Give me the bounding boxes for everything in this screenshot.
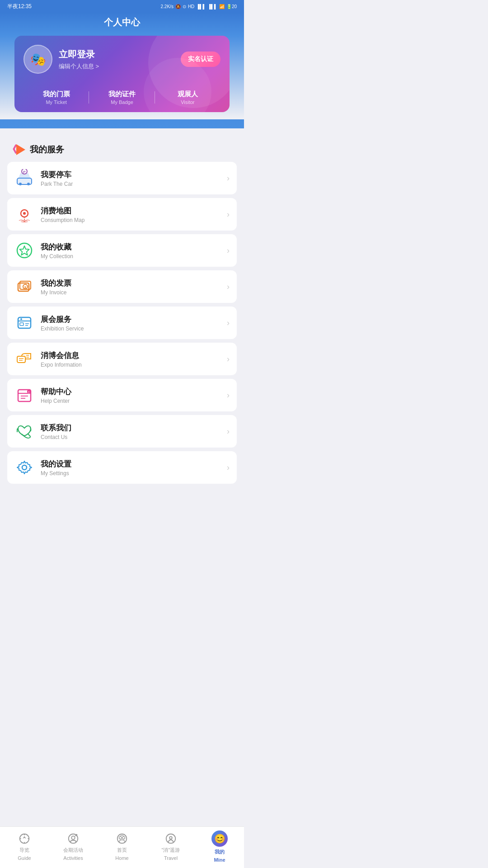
help-arrow: ›	[227, 391, 230, 400]
svg-point-7	[23, 212, 26, 215]
exhibition-icon-wrap	[14, 313, 34, 333]
exhibition-text: 展会服务 Exhibition Service	[41, 314, 227, 332]
svg-rect-18	[20, 323, 23, 326]
invoice-arrow: ›	[227, 282, 230, 292]
collect-icon-wrap	[14, 241, 34, 260]
menu-item-help[interactable]: ! 帮助中心 Help Center ›	[7, 379, 237, 411]
settings-title-en: My Settings	[41, 470, 227, 476]
map-text: 消费地图 Consumption Map	[41, 206, 227, 223]
svg-text:P: P	[23, 170, 26, 174]
help-icon-wrap: !	[14, 385, 34, 405]
hd-icon: HD	[188, 4, 194, 9]
profile-info: 立即登录 编辑个人信息 >	[59, 48, 99, 71]
svg-marker-10	[20, 246, 29, 255]
expo-text: 消博会信息 Expo Information	[41, 350, 227, 368]
park-arrow: ›	[227, 174, 230, 183]
edit-profile-link[interactable]: 编辑个人信息 >	[59, 62, 99, 71]
signal-icon2: ▐▌▌	[208, 4, 217, 9]
menu-item-map[interactable]: 消费地图 Consumption Map ›	[7, 198, 237, 231]
status-bar: 半夜12:35 2.2K/s 🔕 ⊙ HD ▐▌▌ ▐▌▌ 📶 🔋20	[0, 0, 244, 13]
status-time: 半夜12:35	[7, 3, 32, 10]
invoice-icon: ¥	[15, 278, 33, 296]
svg-point-9	[17, 243, 32, 258]
badge-label-en: My Badge	[89, 99, 155, 105]
visitor-label-zh: 观展人	[155, 90, 221, 99]
stats-visitor[interactable]: 观展人 Visitor	[155, 90, 221, 105]
section-header: 《 我的服务	[0, 136, 244, 162]
avatar: 🎭	[23, 45, 52, 74]
exhibition-icon	[15, 314, 33, 332]
collect-text: 我的收藏 My Collection	[41, 242, 227, 259]
map-title-en: Consumption Map	[41, 217, 227, 223]
exhibition-arrow: ›	[227, 318, 230, 328]
help-title-en: Help Center	[41, 398, 227, 404]
park-icon: P	[15, 169, 33, 187]
signal-icon1: ▐▌▌	[196, 4, 206, 9]
park-title-zh: 我要停车	[41, 170, 227, 180]
collect-title-en: My Collection	[41, 253, 227, 259]
help-icon: !	[15, 386, 33, 404]
login-text[interactable]: 立即登录	[59, 48, 99, 61]
menu-item-expo[interactable]: 消博会信息 Expo Information ›	[7, 343, 237, 375]
help-text: 帮助中心 Help Center	[41, 387, 227, 404]
map-title-zh: 消费地图	[41, 206, 227, 216]
svg-text:!: !	[28, 391, 29, 394]
exhibition-title-zh: 展会服务	[41, 314, 227, 325]
menu-item-contact[interactable]: 联系我们 Contact Us ›	[7, 415, 237, 448]
profile-left: 🎭 立即登录 编辑个人信息 >	[23, 45, 99, 74]
settings-icon-wrap	[14, 458, 34, 477]
settings-arrow: ›	[227, 463, 230, 472]
svg-text:¥: ¥	[24, 285, 27, 289]
svg-rect-21	[17, 356, 25, 363]
stats-ticket[interactable]: 我的门票 My Ticket	[23, 90, 89, 105]
profile-top: 🎭 立即登录 编辑个人信息 > 实名认证	[23, 45, 221, 74]
collect-arrow: ›	[227, 246, 230, 255]
contact-arrow: ›	[227, 427, 230, 436]
profile-banner: 🎭 立即登录 编辑个人信息 > 实名认证 我的门票 My Ticket 我的证件…	[14, 36, 230, 112]
badge-label-zh: 我的证件	[89, 90, 155, 99]
expo-icon	[15, 350, 33, 368]
contact-icon-wrap	[14, 421, 34, 441]
menu-item-invoice[interactable]: ¥ 我的发票 My Invoice ›	[7, 270, 237, 303]
section-title: 我的服务	[30, 144, 64, 156]
map-icon	[15, 205, 33, 223]
services-section: 《 我的服务 P 我要停车 Park The Car	[0, 136, 244, 523]
page-title: 个人中心	[104, 17, 140, 27]
banner-wrapper: 🎭 立即登录 编辑个人信息 > 实名认证 我的门票 My Ticket 我的证件…	[0, 36, 244, 119]
real-name-button[interactable]: 实名认证	[181, 52, 221, 67]
mute-icon: 🔕	[175, 4, 181, 9]
section-icon: 《	[7, 143, 25, 156]
svg-point-2	[19, 183, 22, 185]
park-title-en: Park The Car	[41, 181, 227, 187]
menu-item-settings[interactable]: 我的设置 My Settings ›	[7, 451, 237, 484]
invoice-text: 我的发票 My Invoice	[41, 278, 227, 296]
stats-badge[interactable]: 我的证件 My Badge	[89, 90, 155, 105]
play-icon	[16, 144, 25, 155]
contact-icon	[15, 422, 33, 440]
settings-text: 我的设置 My Settings	[41, 459, 227, 476]
svg-point-3	[27, 183, 30, 185]
invoice-icon-wrap: ¥	[14, 277, 34, 297]
park-icon-wrap: P	[14, 168, 34, 188]
expo-title-en: Expo Information	[41, 362, 227, 368]
alarm-icon: ⊙	[183, 4, 186, 9]
ticket-label-zh: 我的门票	[23, 90, 89, 99]
double-chevron-icon: 《	[7, 143, 17, 156]
menu-item-exhibition[interactable]: 展会服务 Exhibition Service ›	[7, 307, 237, 339]
expo-icon-wrap	[14, 349, 34, 369]
collect-icon	[15, 241, 33, 259]
menu-item-park[interactable]: P 我要停车 Park The Car ›	[7, 162, 237, 194]
help-title-zh: 帮助中心	[41, 387, 227, 397]
status-icons: 2.2K/s 🔕 ⊙ HD ▐▌▌ ▐▌▌ 📶 🔋20	[161, 4, 237, 9]
avatar-emoji: 🎭	[30, 52, 46, 67]
menu-item-collect[interactable]: 我的收藏 My Collection ›	[7, 234, 237, 267]
header-bar: 个人中心 🎭 立即登录 编辑个人信息 > 实名认证 我的门票	[0, 13, 244, 128]
stats-row: 我的门票 My Ticket 我的证件 My Badge 观展人 Visitor	[23, 83, 221, 112]
svg-point-32	[22, 465, 27, 470]
settings-title-zh: 我的设置	[41, 459, 227, 469]
collect-title-zh: 我的收藏	[41, 242, 227, 252]
map-icon-wrap	[14, 204, 34, 224]
contact-text: 联系我们 Contact Us	[41, 423, 227, 440]
svg-point-17	[20, 318, 22, 320]
exhibition-title-en: Exhibition Service	[41, 326, 227, 332]
